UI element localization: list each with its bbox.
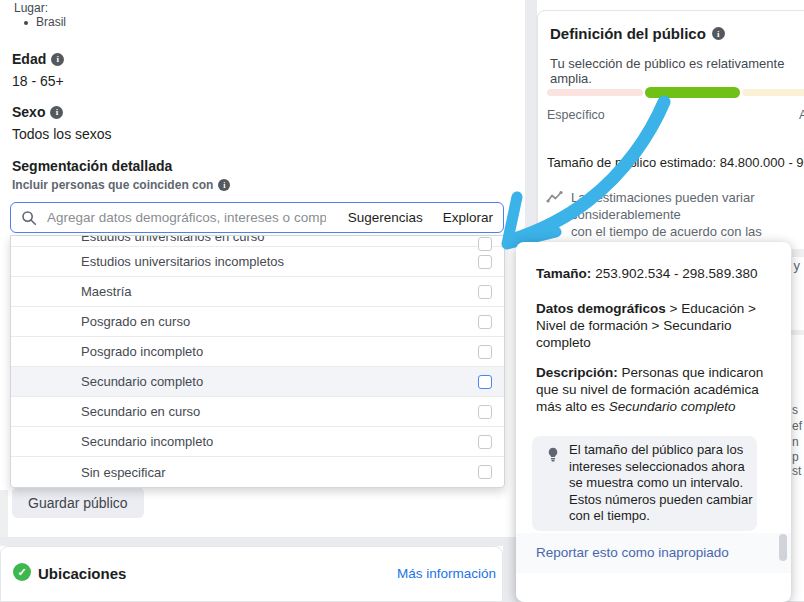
location-value: Brasil [36,15,66,29]
popover-description: Descripción: Personas que indicaron que … [536,364,763,415]
targeting-search-box[interactable]: Sugerencias Explorar [10,202,504,233]
interval-info-text: El tamaño del público para los intereses… [569,442,753,525]
check-circle-icon [13,563,31,581]
interval-info-box: El tamaño del público para los intereses… [532,436,757,531]
list-item-label: Secundario completo [81,374,203,389]
list-item[interactable]: Maestría [11,277,504,307]
audience-definition-title: Definición del público [550,25,725,42]
size-value: 253.902.534 - 298.589.380 [595,266,757,281]
meter-label-specific: Específico [547,108,605,122]
checkbox[interactable] [478,405,492,419]
list-item[interactable]: Posgrado en curso [11,307,504,337]
more-info-link[interactable]: Más información [397,566,496,581]
save-audience-button[interactable]: Guardar público [12,487,144,518]
list-item[interactable]: Sin especificar [11,457,504,487]
checkbox[interactable] [478,255,492,269]
gender-section-header: Sexo [12,104,63,120]
locations-title: Ubicaciones [38,565,126,582]
background-fragment [792,249,804,257]
meter-segment-broad [742,89,804,96]
location-label: Lugar: [14,1,48,15]
background-fragment-text: st [792,464,801,478]
interest-details-popover: Tamaño:253.902.534 - 298.589.380 Datos d… [516,242,791,602]
list-item-label: Posgrado incompleto [81,344,203,359]
info-icon[interactable] [50,106,63,119]
age-label: Edad [12,51,46,67]
report-inappropriate-link[interactable]: Reportar esto como inapropiado [536,545,729,560]
detailed-targeting-title: Segmentación detallada [12,158,172,174]
background-fragment [791,330,804,335]
list-item-label: Secundario en curso [81,404,200,419]
popover-category-path: Datos demográficos > Educación > Nivel d… [536,300,756,351]
checkbox[interactable] [478,315,492,329]
gender-label: Sexo [12,104,45,120]
background-fragment-text: s [792,403,798,417]
meter-segment-current [645,87,740,98]
checkbox[interactable] [478,345,492,359]
suggestions-link[interactable]: Sugerencias [348,210,423,225]
trend-icon [546,190,564,204]
scrollbar-thumb[interactable] [779,534,787,561]
age-section-header: Edad [12,51,64,67]
info-icon[interactable] [218,179,230,191]
gender-value: Todos los sexos [12,126,112,142]
popover-size-line: Tamaño:253.902.534 - 298.589.380 [536,266,757,281]
lightbulb-icon [547,447,559,462]
list-item-label: Secundario incompleto [81,434,213,449]
audience-breadth-text: Tu selección de público es relativamente… [550,56,804,86]
list-item-label: Sin especificar [81,465,166,480]
size-label: Tamaño: [536,266,591,281]
background-fragment-text: p [792,450,799,464]
background-fragment-text: ef [792,419,802,433]
list-item[interactable]: Estudios universitarios en curso [11,236,504,247]
search-icon [21,210,37,226]
list-item-highlighted[interactable]: Secundario completo [11,367,504,397]
ads-targeting-screen: Lugar: Brasil Edad 18 - 65+ Sexo Todos l… [0,0,804,602]
include-hint: Incluir personas que coinciden con [12,178,230,192]
list-item-label: Maestría [81,284,132,299]
page-gap-left [0,490,8,537]
bullet-icon [24,21,28,25]
checkbox[interactable] [478,435,492,449]
search-input[interactable] [45,209,328,226]
list-item-label: Posgrado en curso [81,314,190,329]
age-value: 18 - 65+ [12,73,64,89]
estimated-audience-size: Tamaño de público estimado: 84.800.000 -… [547,155,804,170]
background-fragment-text: n [792,435,799,449]
meter-segment-specific [547,89,643,96]
list-item[interactable]: Secundario incompleto [11,427,504,457]
info-icon[interactable] [51,53,64,66]
locations-section: Ubicaciones Más información [0,546,503,602]
list-item[interactable]: Secundario en curso [11,397,504,427]
targeting-dropdown: Estudios universitarios en curso Estudio… [10,235,505,488]
info-icon[interactable] [712,27,725,40]
browse-link[interactable]: Explorar [443,210,493,225]
page-gap-band [0,537,503,546]
checkbox[interactable] [478,465,492,479]
checkbox[interactable] [478,375,492,389]
list-item-label: Estudios universitarios incompletos [81,254,284,269]
list-item[interactable]: Posgrado incompleto [11,337,504,367]
meter-label-broad: Amplio [799,108,804,122]
list-item[interactable]: Estudios universitarios incompletos [11,247,504,277]
checkbox[interactable] [478,285,492,299]
list-item-label: Estudios universitarios en curso [81,235,265,244]
